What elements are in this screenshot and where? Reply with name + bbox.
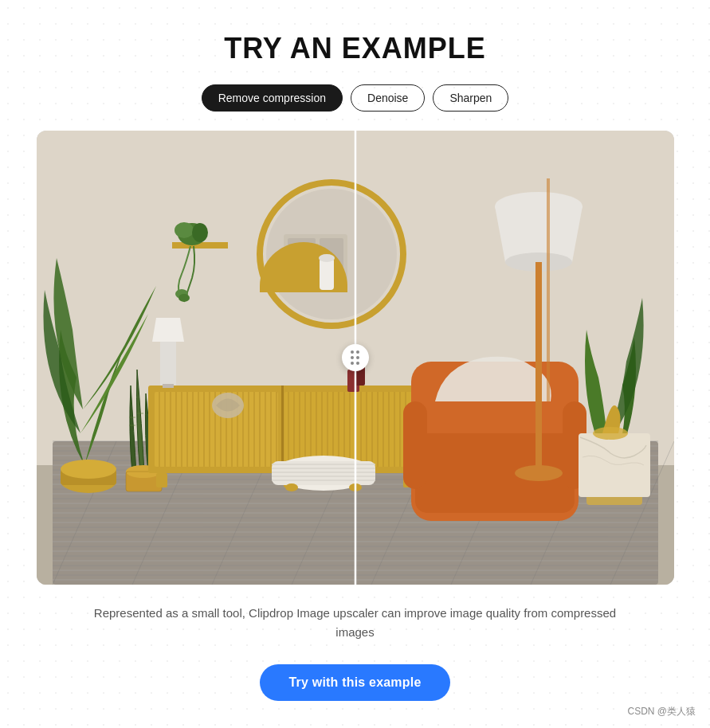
svg-rect-83 — [265, 392, 266, 467]
svg-rect-107 — [394, 392, 395, 467]
svg-rect-90 — [299, 392, 300, 467]
svg-rect-133 — [403, 401, 427, 489]
svg-rect-72 — [203, 392, 205, 467]
page-title: TRY AN EXAMPLE — [224, 32, 486, 65]
svg-rect-71 — [198, 392, 199, 467]
svg-rect-114 — [160, 342, 176, 386]
svg-rect-92 — [310, 392, 312, 467]
svg-rect-95 — [327, 392, 328, 467]
svg-rect-66 — [170, 392, 171, 467]
svg-rect-80 — [248, 392, 249, 467]
svg-rect-116 — [163, 384, 174, 388]
svg-rect-94 — [321, 392, 323, 467]
svg-rect-82 — [259, 392, 261, 467]
svg-rect-101 — [360, 392, 362, 467]
svg-point-129 — [285, 483, 298, 491]
tab-denoise[interactable]: Denoise — [351, 84, 425, 112]
svg-rect-68 — [181, 392, 182, 467]
description-text: Represented as a small tool, Clipdrop Im… — [84, 604, 626, 642]
try-example-button[interactable]: Try with this example — [260, 664, 449, 701]
image-compare-container[interactable] — [37, 131, 674, 585]
svg-rect-69 — [186, 392, 188, 467]
svg-rect-106 — [388, 392, 390, 467]
svg-rect-120 — [320, 258, 334, 290]
svg-rect-96 — [332, 392, 334, 467]
watermark: CSDN @类人猿 — [627, 705, 696, 718]
svg-rect-91 — [304, 392, 306, 467]
svg-point-140 — [515, 465, 563, 481]
svg-point-142 — [593, 427, 628, 440]
svg-point-49 — [175, 222, 194, 238]
svg-marker-115 — [152, 318, 184, 342]
svg-rect-113 — [260, 286, 347, 292]
svg-point-50 — [192, 223, 208, 242]
svg-rect-98 — [343, 392, 345, 467]
svg-point-55 — [61, 460, 116, 479]
svg-rect-110 — [156, 473, 167, 487]
svg-point-121 — [319, 254, 335, 262]
svg-rect-64 — [159, 392, 160, 467]
tabs-row: Remove compression Denoise Sharpen — [202, 84, 509, 112]
svg-rect-139 — [535, 262, 542, 469]
svg-rect-84 — [270, 392, 272, 467]
tab-sharpen[interactable]: Sharpen — [433, 84, 508, 112]
svg-rect-88 — [288, 392, 289, 467]
svg-rect-89 — [293, 392, 295, 467]
svg-rect-102 — [366, 392, 367, 467]
svg-rect-141 — [579, 433, 650, 497]
svg-rect-70 — [192, 392, 194, 467]
svg-rect-99 — [349, 392, 351, 467]
svg-rect-103 — [371, 392, 373, 467]
tab-remove-compression[interactable]: Remove compression — [202, 84, 343, 112]
svg-rect-143 — [547, 178, 550, 401]
compare-divider-handle[interactable] — [342, 344, 369, 371]
svg-point-52 — [178, 294, 190, 302]
svg-rect-87 — [284, 392, 413, 467]
svg-rect-85 — [276, 392, 277, 467]
svg-rect-97 — [338, 392, 339, 467]
svg-rect-81 — [253, 392, 255, 467]
svg-rect-93 — [316, 392, 317, 467]
svg-rect-67 — [175, 392, 177, 467]
svg-rect-108 — [399, 392, 401, 467]
svg-rect-73 — [209, 392, 210, 467]
svg-rect-104 — [377, 392, 379, 467]
svg-rect-105 — [382, 392, 384, 467]
svg-rect-65 — [164, 392, 166, 467]
svg-rect-86 — [281, 386, 284, 473]
